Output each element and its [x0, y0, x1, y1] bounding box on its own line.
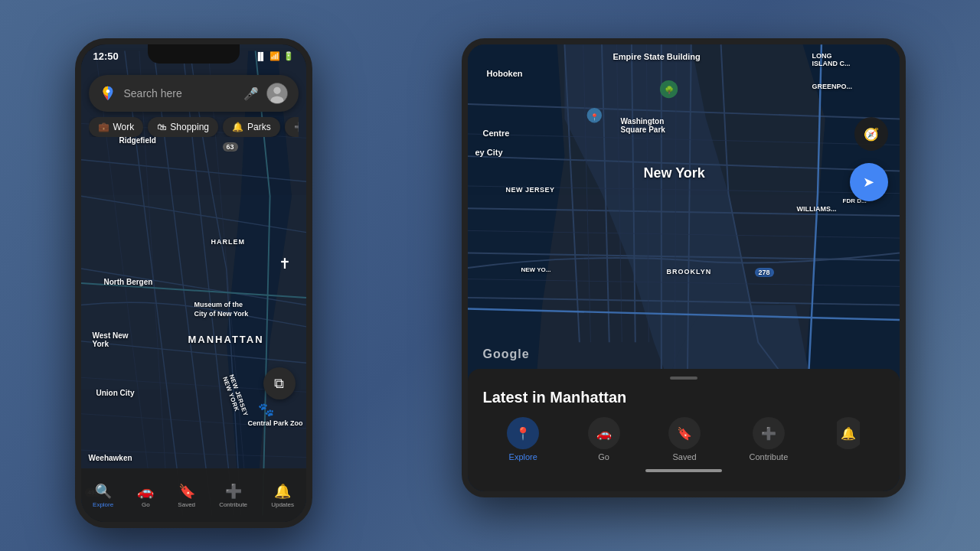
- svg-point-18: [106, 90, 109, 93]
- tab-contribute[interactable]: ➕ Contribute: [750, 417, 789, 461]
- go-tab-icon: 🚗: [588, 417, 620, 449]
- updates-tab-icon: 🔔: [837, 417, 860, 449]
- saved-icon: 🔖: [677, 426, 692, 441]
- tab-go[interactable]: 🚗 Go: [588, 417, 620, 461]
- updates-icon: 🔔: [841, 426, 856, 441]
- signal-icon: ▐▌: [255, 52, 266, 60]
- tab-saved[interactable]: 🔖 Saved: [668, 417, 701, 461]
- battery-icon: 🔋: [283, 51, 294, 61]
- nav-contribute[interactable]: ➕ Contribute: [219, 483, 247, 508]
- contribute-icon: ➕: [761, 426, 776, 441]
- go-tab-label: Go: [598, 452, 609, 461]
- explore-icon: 📍: [515, 426, 531, 441]
- pill-work-label: Work: [113, 122, 135, 132]
- svg-point-20: [273, 87, 280, 94]
- updates-icon: 🔔: [274, 483, 291, 500]
- go-icon: 🚗: [596, 426, 612, 441]
- status-icons: ▐▌ 📶 🔋: [255, 51, 293, 61]
- phone1-map: ✝ 🐾 12:50 ▐▌ 📶 🔋: [81, 44, 306, 522]
- pill-work[interactable]: 💼 Work: [89, 117, 144, 137]
- pill-shopping[interactable]: 🛍 Shopping: [148, 117, 218, 137]
- sheet-title: Latest in Manhattan: [483, 389, 884, 406]
- saved-icon: 🔖: [178, 483, 195, 500]
- nav-updates-label: Updates: [271, 501, 294, 508]
- navigate-icon: ➤: [863, 174, 874, 191]
- pill-shopping-label: Shopping: [170, 122, 209, 132]
- pill-hospitals[interactable]: ➕ Hospita...: [285, 117, 299, 137]
- main-container: ✝ 🐾 12:50 ▐▌ 📶 🔋: [0, 0, 980, 551]
- sheet-handle: [670, 377, 697, 380]
- explore-icon: 🔍: [95, 483, 112, 500]
- hospitals-icon: ➕: [294, 122, 299, 132]
- nav-explore-label: Explore: [93, 501, 113, 508]
- phone2-map: 🌳 📍 Hoboken Empire State Building LONGIS…: [468, 44, 900, 491]
- contribute-tab-label: Contribute: [750, 452, 789, 461]
- work-icon: 💼: [98, 122, 109, 132]
- nav-contribute-label: Contribute: [219, 501, 247, 508]
- contribute-icon: ➕: [225, 483, 242, 500]
- nav-go[interactable]: 🚗 Go: [137, 483, 154, 508]
- svg-text:🌳: 🌳: [664, 85, 674, 95]
- explore-tab-label: Explore: [509, 452, 537, 461]
- go-icon: 🚗: [137, 483, 154, 500]
- nav-saved[interactable]: 🔖 Saved: [178, 483, 195, 508]
- wifi-icon: 📶: [270, 51, 280, 61]
- saved-tab-icon: 🔖: [668, 417, 701, 449]
- category-pills: 💼 Work 🛍 Shopping 🔔 Parks ➕ Hospita...: [89, 117, 299, 137]
- tab-updates[interactable]: 🔔: [837, 417, 860, 449]
- search-placeholder: Search here: [124, 87, 236, 99]
- pill-parks[interactable]: 🔔 Parks: [223, 117, 280, 137]
- bottom-sheet: Latest in Manhattan 📍 Explore 🚗: [468, 369, 900, 491]
- contribute-tab-icon: ➕: [753, 417, 785, 449]
- phone-2: 🌳 📍 Hoboken Empire State Building LONGIS…: [462, 38, 906, 497]
- nav-go-label: Go: [142, 501, 150, 508]
- nav-saved-label: Saved: [178, 501, 195, 508]
- phone-notch: [148, 44, 240, 64]
- compass-icon: 🧭: [864, 127, 879, 142]
- status-time: 12:50: [93, 51, 119, 62]
- parks-icon: 🔔: [232, 122, 243, 132]
- google-watermark: Google: [483, 347, 530, 361]
- mic-icon[interactable]: 🎤: [243, 86, 259, 101]
- nav-explore[interactable]: 🔍 Explore: [93, 483, 113, 508]
- user-avatar[interactable]: [266, 83, 288, 104]
- saved-tab-label: Saved: [672, 452, 696, 461]
- pill-parks-label: Parks: [247, 122, 271, 132]
- sheet-tabs: 📍 Explore 🚗 Go 🔖: [483, 417, 884, 461]
- home-indicator: [645, 469, 722, 472]
- search-bar[interactable]: Search here 🎤: [89, 75, 299, 112]
- tab-explore[interactable]: 📍 Explore: [507, 417, 539, 461]
- nav-updates[interactable]: 🔔 Updates: [271, 483, 294, 508]
- google-maps-logo: [100, 85, 116, 102]
- phone1-bottom-nav: 🔍 Explore 🚗 Go 🔖 Saved ➕ Contribute 🔔: [81, 468, 306, 522]
- layer-toggle-button[interactable]: ⧉: [263, 367, 296, 399]
- explore-tab-icon: 📍: [507, 417, 539, 449]
- shopping-icon: 🛍: [157, 122, 166, 132]
- svg-text:📍: 📍: [590, 112, 598, 122]
- navigation-arrow-button[interactable]: ➤: [850, 163, 888, 201]
- phone-1: ✝ 🐾 12:50 ▐▌ 📶 🔋: [75, 38, 312, 528]
- svg-text:🐾: 🐾: [258, 402, 275, 418]
- compass-button[interactable]: 🧭: [854, 117, 888, 151]
- svg-text:✝: ✝: [278, 256, 290, 272]
